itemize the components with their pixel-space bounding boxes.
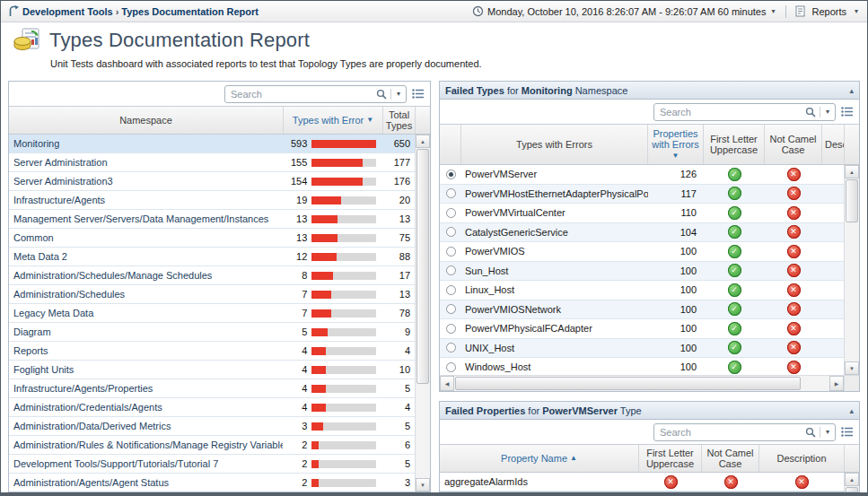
table-customizer-icon[interactable]: [412, 88, 425, 100]
search-options-dropdown-icon[interactable]: ▾: [824, 428, 831, 436]
header-scrollbar-spacer: [845, 125, 859, 164]
namespace-row[interactable]: Administration/Schedules/Manage Schedule…: [9, 266, 415, 285]
failed-type-row[interactable]: PowerVMServer126✓✕: [440, 165, 844, 185]
namespace-row[interactable]: Administration/Rules & Notifications/Man…: [9, 436, 415, 455]
column-header-not-camel-case[interactable]: Not Camel Case: [765, 125, 822, 164]
column-header-properties-with-errors[interactable]: Properties with Errors▼: [648, 125, 704, 164]
properties-with-errors-cell: 100: [648, 361, 704, 372]
scroll-down-button[interactable]: ▼: [845, 361, 859, 375]
column-header-types-with-errors[interactable]: Types with Errors: [461, 125, 648, 164]
scrollbar-track[interactable]: [416, 385, 430, 478]
namespace-row[interactable]: Administration/Data/Derived Metrics35: [9, 417, 415, 436]
namespace-row[interactable]: Common1375: [9, 229, 415, 248]
failed-type-row[interactable]: PowerVMIOS100✓✕: [440, 242, 844, 262]
scroll-down-button[interactable]: ▼: [416, 478, 430, 492]
column-header-property-name[interactable]: Property Name▲: [440, 445, 639, 472]
failed-types-horizontal-scrollbar[interactable]: ◀ ▶: [440, 375, 859, 391]
search-options-dropdown-icon[interactable]: ▾: [824, 108, 831, 116]
scroll-up-button[interactable]: ▲: [845, 165, 859, 178]
namespace-search-input[interactable]: [229, 88, 376, 100]
column-header-total-types[interactable]: Total Types: [383, 107, 416, 134]
row-radio[interactable]: [446, 188, 456, 198]
scrollbar-thumb[interactable]: [416, 149, 429, 384]
failed-type-row[interactable]: CatalystGenericService104✓✕: [440, 223, 844, 243]
namespace-row[interactable]: Administration/Schedules713: [9, 285, 415, 304]
failed-type-row[interactable]: Windows_Host100✓✕: [440, 358, 844, 375]
row-radio[interactable]: [446, 265, 456, 275]
namespace-row[interactable]: Server Administration3154176: [9, 172, 415, 191]
namespace-row[interactable]: Server Administration155177: [9, 153, 415, 172]
failed-type-row[interactable]: PowerVMVirtualCenter110✓✕: [440, 204, 844, 223]
row-radio[interactable]: [446, 247, 456, 257]
failed-type-row[interactable]: PowerVMIOSNetwork100✓✕: [440, 300, 844, 320]
namespace-row[interactable]: Development Tools/Support/Tutorials/Tuto…: [9, 455, 415, 474]
namespace-row[interactable]: Administration/Agents/Agent Status23: [9, 474, 415, 492]
scrollbar-track[interactable]: [454, 376, 829, 391]
scrollbar-thumb[interactable]: [846, 487, 858, 492]
row-radio[interactable]: [446, 343, 456, 352]
failed-type-row[interactable]: Linux_Host100✓✕: [440, 281, 844, 300]
namespace-row[interactable]: Monitoring593650: [9, 135, 415, 153]
namespace-row[interactable]: Infrastructure/Agents/Properties45: [9, 379, 415, 398]
search-options-dropdown-icon[interactable]: ▾: [395, 90, 402, 98]
row-radio[interactable]: [446, 304, 456, 314]
failed-type-row[interactable]: Sun_Host100✓✕: [440, 262, 844, 282]
row-radio[interactable]: [446, 208, 456, 218]
scrollbar-track[interactable]: [845, 223, 859, 361]
scrollbar-thumb[interactable]: [455, 377, 801, 390]
search-icon[interactable]: [376, 89, 387, 100]
scroll-up-button[interactable]: ▲: [845, 473, 859, 486]
breadcrumb-development-tools[interactable]: Development Tools: [22, 6, 113, 17]
search-icon[interactable]: [805, 107, 816, 117]
scroll-right-button[interactable]: ▶: [829, 376, 844, 391]
time-range-selector[interactable]: Monday, October 10, 2016 8:26:07 AM - 9:…: [487, 6, 766, 17]
scroll-up-button[interactable]: ▲: [416, 135, 430, 148]
collapse-icon[interactable]: ▴: [849, 86, 854, 95]
namespace-name-cell: Administration/Data/Derived Metrics: [9, 421, 283, 431]
row-radio[interactable]: [446, 324, 456, 334]
namespace-row[interactable]: Administration/Credentials/Agents44: [9, 398, 415, 417]
column-header-namespace[interactable]: Namespace: [9, 107, 284, 134]
namespace-row[interactable]: Legacy Meta Data778: [9, 304, 415, 323]
reports-menu[interactable]: Reports: [811, 6, 846, 17]
namespace-row[interactable]: Infrastructure/Agents1920: [9, 191, 415, 210]
table-customizer-icon[interactable]: [841, 106, 855, 117]
namespace-row[interactable]: Diagram59: [9, 323, 415, 342]
namespace-row[interactable]: Reports44: [9, 342, 415, 361]
collapse-icon[interactable]: ▴: [849, 406, 854, 415]
failed-properties-search-input[interactable]: [658, 426, 805, 439]
namespace-row[interactable]: Meta Data 21288: [9, 248, 415, 266]
scrollbar-thumb[interactable]: [846, 179, 858, 222]
table-customizer-icon[interactable]: [841, 426, 855, 438]
failed-type-row[interactable]: UNIX_Host100✓✕: [440, 339, 844, 359]
namespace-vertical-scrollbar[interactable]: ▲ ▼: [415, 135, 430, 492]
failed-properties-vertical-scrollbar[interactable]: ▲: [844, 473, 859, 492]
types-with-error-cell: 4: [283, 383, 382, 394]
failed-type-row[interactable]: PowerVMHostEthernetAdapterPhysicalPort11…: [440, 185, 844, 204]
namespace-row[interactable]: Foglight Units410: [9, 361, 415, 379]
error-bar: [311, 404, 376, 412]
row-radio[interactable]: [446, 170, 456, 179]
time-range-dropdown-icon[interactable]: ▾: [769, 7, 776, 15]
column-header-types-with-error[interactable]: Types with Error▼: [284, 107, 383, 134]
column-header-not-camel-case[interactable]: Not Camel Case: [702, 445, 759, 472]
failed-types-vertical-scrollbar[interactable]: ▲ ▼: [844, 165, 859, 375]
failed-types-search-input[interactable]: [658, 106, 805, 118]
reports-dropdown-icon[interactable]: ▾: [853, 7, 860, 15]
page-subtitle: Unit Tests dashboard with associated rep…: [50, 58, 867, 69]
search-icon[interactable]: [805, 427, 816, 438]
namespace-row[interactable]: Management Server/Servers/Data Managemen…: [9, 210, 415, 229]
radio-cell: [440, 304, 461, 314]
row-radio[interactable]: [446, 362, 456, 372]
failed-property-row[interactable]: aggregateAlarmIds✕✕✕: [440, 473, 844, 492]
column-header-first-letter-uppercase[interactable]: First Letter Uppercase: [639, 445, 702, 472]
column-header-first-letter-uppercase[interactable]: First Letter Uppercase: [704, 125, 765, 164]
column-header-description[interactable]: Description: [759, 445, 845, 472]
row-radio[interactable]: [446, 227, 456, 237]
first-letter-uppercase-cell: ✓: [704, 225, 765, 239]
column-header-description[interactable]: Description: [822, 125, 845, 164]
properties-with-errors-cell: 100: [648, 265, 704, 276]
row-radio[interactable]: [446, 285, 456, 295]
scroll-left-button[interactable]: ◀: [440, 376, 454, 391]
failed-type-row[interactable]: PowerVMPhysicalFCAdapter100✓✕: [440, 319, 844, 339]
